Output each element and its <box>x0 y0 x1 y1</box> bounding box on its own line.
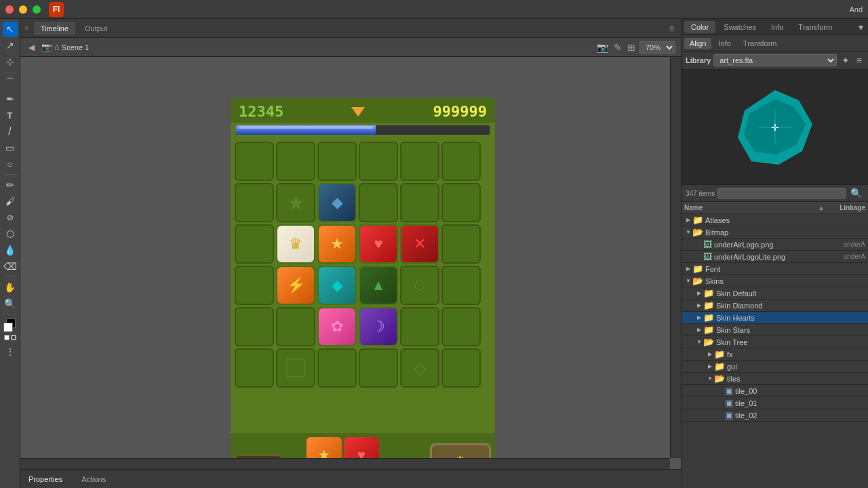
subselection-tool[interactable]: ↗ <box>3 38 18 53</box>
tab-output[interactable]: Output <box>78 22 114 35</box>
lib-item-skin-hearts[interactable]: ▶ 📁 Skin Hearts <box>682 312 868 324</box>
lib-item-tile02[interactable]: ▣ tile_02 <box>682 409 868 422</box>
arrow-tiles[interactable]: ▼ <box>706 375 714 383</box>
snap-to-objects[interactable]: ⋮ <box>3 344 18 359</box>
lib-item-underairologolite[interactable]: 🖼 underAirLogoLite.png underA <box>682 251 868 263</box>
lib-item-tiles[interactable]: ▼ 📂 tiles <box>682 373 868 385</box>
tab-info[interactable]: Info <box>764 21 790 33</box>
lib-item-font[interactable]: ▶ 📁 Font <box>682 263 868 275</box>
tool-divider-2 <box>3 174 17 175</box>
minimize-button[interactable] <box>19 5 27 14</box>
subtab-align[interactable]: Align <box>684 38 711 49</box>
lib-item-skin-stars[interactable]: ▶ 📁 Skin Stars <box>682 324 868 336</box>
stroke-color[interactable] <box>3 319 17 332</box>
arrow-fx[interactable]: ▶ <box>706 350 714 359</box>
rectangle-tool[interactable]: ▭ <box>3 140 18 155</box>
tile-x: ✕ <box>401 226 438 262</box>
eyedropper-tool[interactable]: 💧 <box>3 243 18 258</box>
star-icon: ★ <box>330 235 344 253</box>
arrow-skin-stars[interactable]: ▶ <box>695 326 703 334</box>
selection-tool[interactable]: ↖ <box>3 22 18 37</box>
arrow-atlases[interactable]: ▶ <box>684 216 692 224</box>
timeline-close[interactable]: × <box>24 24 28 32</box>
arrow-skins[interactable]: ▼ <box>684 277 692 285</box>
maximize-button[interactable] <box>33 5 41 14</box>
align-settings[interactable]: ⊞ <box>626 41 637 54</box>
canvas-hscroll[interactable] <box>20 458 670 469</box>
bone-tool[interactable]: ⊘ <box>3 210 18 225</box>
library-list[interactable]: Name ▲ Linkage ▶ 📁 Atlases ▼ 📂 Bitmap <box>682 202 868 488</box>
arrow-skin-hearts[interactable]: ▶ <box>695 314 703 322</box>
lib-item-fx[interactable]: ▶ 📁 fx <box>682 348 868 361</box>
properties-tab[interactable]: Properties <box>26 474 65 485</box>
tab-swatches[interactable]: Swatches <box>717 21 763 33</box>
titlebar: Fl And <box>0 0 868 19</box>
lib-name-underairologolite: underAirLogoLite.png <box>714 253 825 261</box>
paint-bucket-tool[interactable]: ⬡ <box>3 226 18 241</box>
tile-blue-gem: ◆ <box>319 184 355 221</box>
right-panel: Color Swatches Info Transform ▾ Align In… <box>681 19 868 488</box>
line-tool[interactable]: / <box>3 124 18 139</box>
close-button[interactable] <box>5 5 14 14</box>
library-options[interactable]: ≡ <box>854 54 864 66</box>
edit-symbols[interactable]: ✎ <box>612 41 623 54</box>
stage-toolbar: ◀ 📷 ⌂ Scene 1 📷 ✎ ⊞ 70% <box>20 38 681 57</box>
cell-r2c2: ★ <box>276 183 315 222</box>
lib-item-bitmap[interactable]: ▼ 📂 Bitmap <box>682 226 868 239</box>
pencil-tool[interactable]: ✏ <box>3 178 18 192</box>
lib-item-skins[interactable]: ▼ 📂 Skins <box>682 275 868 287</box>
arrow-bitmap[interactable]: ▼ <box>684 228 692 237</box>
lib-item-atlases[interactable]: ▶ 📁 Atlases <box>682 214 868 226</box>
tab-transform[interactable]: Transform <box>791 21 839 33</box>
lasso-tool[interactable]: ⌒ <box>3 75 18 90</box>
canvas-vscroll[interactable] <box>670 57 681 458</box>
camera-settings[interactable]: 📷 <box>595 41 610 54</box>
subtab-transform[interactable]: Transform <box>738 38 783 49</box>
search-icon[interactable]: 🔍 <box>848 187 864 199</box>
brush-tool[interactable]: 🖌 <box>3 194 18 209</box>
library-dropdown[interactable]: art_res.fla <box>713 54 837 66</box>
free-transform-tool[interactable]: ⊹ <box>3 54 18 69</box>
lib-item-tile01[interactable]: ▣ tile_01 <box>682 397 868 409</box>
actions-tab[interactable]: Actions <box>79 474 108 485</box>
lib-item-gui[interactable]: ▶ 📁 gui <box>682 361 868 373</box>
tile-moon: ☽ <box>360 308 397 345</box>
pen-tool[interactable]: ✒ <box>3 92 18 106</box>
lib-item-tile00[interactable]: ▣ tile_00 <box>682 385 868 397</box>
no-color[interactable] <box>11 335 16 340</box>
cell-r6c5: ◇ <box>400 348 439 388</box>
cell-r4c2: ⚡ <box>276 266 315 305</box>
tile-bolt: ⚡ <box>277 267 314 304</box>
lib-item-underairlogo[interactable]: 🖼 underAirLogo.png underA <box>682 239 868 251</box>
arrow-gui[interactable]: ▶ <box>706 363 714 371</box>
white-color[interactable] <box>4 335 9 340</box>
search-input[interactable] <box>717 188 846 199</box>
eraser-tool[interactable]: ⌫ <box>3 259 18 274</box>
oval-tool[interactable]: ○ <box>3 157 18 171</box>
library-column-header: Name ▲ Linkage <box>682 202 868 214</box>
cell-r3c2: ♛ <box>276 224 315 264</box>
zoom-tool[interactable]: 🔍 <box>3 296 18 311</box>
lib-item-skin-default[interactable]: ▶ 📁 Skin Default <box>682 287 868 300</box>
arrow-skin-tree[interactable]: ▼ <box>695 338 703 346</box>
lib-item-skin-tree[interactable]: ▼ 📂 Skin Tree <box>682 336 868 348</box>
timeline-collapse[interactable]: ≡ <box>667 22 677 35</box>
arrow-down-icon <box>351 107 365 117</box>
text-tool[interactable]: T <box>3 108 18 123</box>
new-symbol-button[interactable]: ✦ <box>840 54 852 66</box>
color-modes <box>4 335 16 340</box>
arrow-font[interactable]: ▶ <box>684 265 692 273</box>
main-layout: ↖ ↗ ⊹ ⌒ ✒ T / ▭ ○ ✏ 🖌 ⊘ ⬡ 💧 ⌫ ✋ 🔍 ⋮ <box>0 19 868 488</box>
zoom-select[interactable]: 70% <box>639 41 675 54</box>
lib-item-skin-diamond[interactable]: ▶ 📁 Skin Diamond <box>682 300 868 312</box>
hand-tool[interactable]: ✋ <box>3 280 18 295</box>
panel-tabs: Color Swatches Info Transform ▾ <box>682 19 868 35</box>
tab-color[interactable]: Color <box>684 21 715 33</box>
arrow-skin-diamond[interactable]: ▶ <box>695 302 703 310</box>
arrow-skin-default[interactable]: ▶ <box>695 289 703 298</box>
panel-expand[interactable]: ▾ <box>856 21 865 33</box>
subtab-info[interactable]: Info <box>713 38 736 49</box>
canvas-area: 12345 999999 <box>20 57 681 469</box>
tab-timeline[interactable]: Timeline <box>34 22 75 35</box>
back-nav[interactable]: ◀ <box>26 41 37 54</box>
